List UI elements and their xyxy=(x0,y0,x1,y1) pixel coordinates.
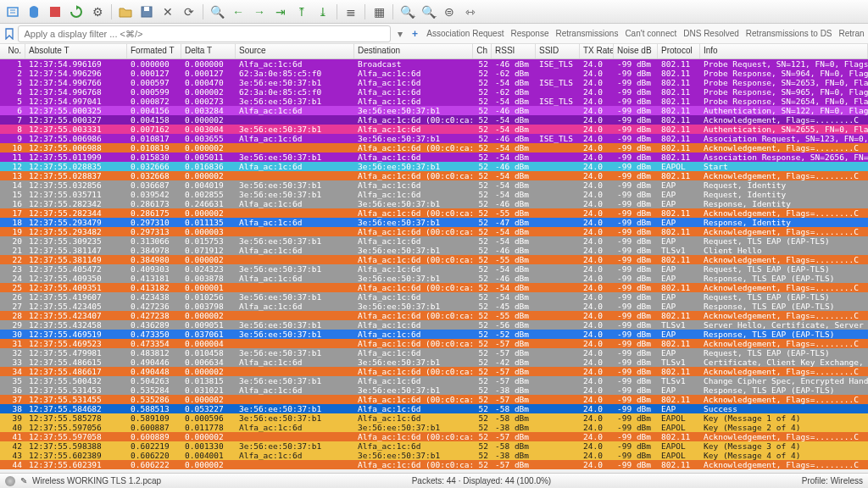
packet-row[interactable]: 212:37:54.9962960.0001270.00012762:3a:0e… xyxy=(0,69,868,78)
packet-row[interactable]: 4412:37:55.6023910.6062220.000002Alfa_ac… xyxy=(0,460,868,469)
packet-row[interactable]: 2712:37:55.4234050.4272360.003798Alfa_ac… xyxy=(0,302,868,311)
column-header[interactable]: Noise dB xyxy=(614,44,658,58)
packet-row[interactable]: 1312:37:55.0288370.0326680.000002Alfa_ac… xyxy=(0,171,868,180)
expert-info-icon[interactable] xyxy=(5,476,15,486)
go-first-icon[interactable]: ⤒ xyxy=(292,3,311,21)
start-capture-icon[interactable] xyxy=(25,3,43,21)
zoom-in-icon[interactable]: 🔍+ xyxy=(398,3,416,21)
packet-row[interactable]: 2312:37:55.4054720.4093030.0243233e:56:e… xyxy=(0,264,868,274)
save-file-icon[interactable] xyxy=(137,3,156,21)
svg-rect-5 xyxy=(144,7,149,11)
column-header[interactable]: Formated T xyxy=(127,44,181,58)
column-header[interactable]: Protocol xyxy=(658,44,700,58)
packet-row[interactable]: 4312:37:55.6023890.6062200.004001Alfa_ac… xyxy=(0,451,868,460)
packet-row[interactable]: 712:37:55.0003270.0041580.000002Alfa_ac:… xyxy=(0,115,868,125)
packet-row[interactable]: 2812:37:55.4234070.4272380.000002Alfa_ac… xyxy=(0,311,868,320)
column-header[interactable]: RSSI xyxy=(492,44,536,58)
stop-capture-icon[interactable] xyxy=(46,3,64,21)
filter-button[interactable]: DNS Resolved xyxy=(681,29,742,38)
interfaces-icon[interactable] xyxy=(3,3,22,21)
separator xyxy=(392,4,393,19)
svg-rect-0 xyxy=(8,8,18,16)
go-to-packet-icon[interactable]: ⇥ xyxy=(271,3,290,21)
packet-row[interactable]: 1612:37:55.2823420.2861730.246631Alfa_ac… xyxy=(0,199,868,208)
packet-row[interactable]: 3812:37:55.5846820.5885130.0532273e:56:e… xyxy=(0,404,868,413)
packet-row[interactable]: 1712:37:55.2823440.2861750.000002Alfa_ac… xyxy=(0,208,868,218)
column-header[interactable]: No. xyxy=(0,44,25,58)
packet-row[interactable]: 312:37:54.9967660.0005970.0004703e:56:ee… xyxy=(0,78,868,87)
packet-row[interactable]: 3612:37:55.5314530.5352840.031021Alfa_ac… xyxy=(0,385,868,395)
close-file-icon[interactable]: ✕ xyxy=(159,3,177,21)
packet-row[interactable]: 1212:37:55.0288350.0326660.016836Alfa_ac… xyxy=(0,162,868,171)
filter-button[interactable]: Retransmissions to DS xyxy=(743,29,835,38)
packet-row[interactable]: 112:37:54.9961690.0000000.000000Alfa_ac:… xyxy=(0,59,868,69)
packet-row[interactable]: 2612:37:55.4196070.4234380.0102563e:56:e… xyxy=(0,292,868,302)
packet-list-header[interactable]: No.Absolute TFormated TDelta TSourceDest… xyxy=(0,44,868,59)
packet-row[interactable]: 812:37:55.0033310.0071620.0030043e:56:ee… xyxy=(0,125,868,134)
capture-options-icon[interactable]: ⚙ xyxy=(88,3,107,21)
go-last-icon[interactable]: ⤓ xyxy=(314,3,332,21)
packet-row[interactable]: 4112:37:55.5970580.6008890.000002Alfa_ac… xyxy=(0,432,868,441)
packet-row[interactable]: 3212:37:55.4799810.4838120.0104583e:56:e… xyxy=(0,348,868,358)
packet-row[interactable]: 3012:37:55.4695190.4733500.0370613e:56:e… xyxy=(0,330,868,339)
packet-list[interactable]: 112:37:54.9961690.0000000.000000Alfa_ac:… xyxy=(0,59,868,469)
packet-row[interactable]: 1512:37:55.0357110.0395420.0028553e:56:e… xyxy=(0,190,868,199)
open-file-icon[interactable] xyxy=(116,3,135,21)
packet-row[interactable]: 4012:37:55.5970560.6008870.011778Alfa_ac… xyxy=(0,423,868,432)
packet-row[interactable]: 3112:37:55.4695230.4733540.000004Alfa_ac… xyxy=(0,339,868,348)
colorize-icon[interactable]: ▦ xyxy=(370,3,388,21)
packet-row[interactable]: 1812:37:55.2934790.2973100.011135Alfa_ac… xyxy=(0,218,868,227)
packet-row[interactable]: 2912:37:55.4324580.4362890.0090513e:56:e… xyxy=(0,320,868,330)
go-next-icon[interactable]: → xyxy=(250,3,269,21)
packet-row[interactable]: 2512:37:55.4093510.4131820.000001Alfa_ac… xyxy=(0,283,868,292)
column-header[interactable]: Info xyxy=(700,44,868,58)
filter-add-icon[interactable]: + xyxy=(409,26,420,42)
column-header[interactable]: Absolute T xyxy=(25,44,127,58)
reload-icon[interactable]: ⟳ xyxy=(180,3,198,21)
packet-row[interactable]: 2212:37:55.3811490.3849800.000002Alfa_ac… xyxy=(0,255,868,264)
packet-row[interactable]: 1912:37:55.2934820.2973130.000003Alfa_ac… xyxy=(0,227,868,236)
packet-row[interactable]: 1412:37:55.0328560.0366870.0040193e:56:e… xyxy=(0,180,868,190)
filter-dropdown-icon[interactable]: ▾ xyxy=(394,26,405,42)
packet-row[interactable]: 612:37:55.0003250.0041560.003284Alfa_ac:… xyxy=(0,106,868,115)
main-toolbar: ⚙ ✕ ⟳ 🔍 ← → ⇥ ⤒ ⤓ ≣ ▦ 🔍+ 🔍− ⊜ ⇿ xyxy=(0,0,868,24)
packet-row[interactable]: 3412:37:55.4866170.4904480.000002Alfa_ac… xyxy=(0,367,868,376)
go-previous-icon[interactable]: ← xyxy=(229,3,248,21)
zoom-out-icon[interactable]: 🔍− xyxy=(419,3,437,21)
display-filter-input[interactable] xyxy=(18,25,391,42)
packet-row[interactable]: 2012:37:55.3092350.3130660.0157533e:56:e… xyxy=(0,236,868,246)
bookmark-icon[interactable] xyxy=(3,26,14,42)
column-header[interactable]: Delta T xyxy=(181,44,236,58)
column-header[interactable]: Ch xyxy=(473,44,492,58)
capture-comment-icon[interactable]: ✎ xyxy=(20,476,27,485)
packet-row[interactable]: 912:37:55.0069860.0108170.003655Alfa_ac:… xyxy=(0,134,868,143)
restart-capture-icon[interactable] xyxy=(67,3,86,21)
packet-row[interactable]: 4212:37:55.5983880.6022190.0013303e:56:e… xyxy=(0,441,868,451)
packet-row[interactable]: 3512:37:55.5004320.5042630.0138153e:56:e… xyxy=(0,376,868,385)
column-header[interactable]: Destination xyxy=(354,44,473,58)
zoom-reset-icon[interactable]: ⊜ xyxy=(440,3,459,21)
packet-row[interactable]: 3912:37:55.5852780.5891090.0005963e:56:e… xyxy=(0,413,868,423)
filter-button[interactable]: Association Request xyxy=(424,29,506,38)
column-header[interactable]: TX Rate xyxy=(580,44,614,58)
packet-row[interactable]: 3712:37:55.5314550.5352860.000002Alfa_ac… xyxy=(0,395,868,404)
packet-row[interactable]: 512:37:54.9970410.0008720.0002733e:56:ee… xyxy=(0,97,868,106)
status-file: Wireless WORKING TLS 1.2.pcap xyxy=(32,476,161,485)
packet-row[interactable]: 1112:37:55.0119990.0158300.0050113e:56:e… xyxy=(0,152,868,162)
status-bar: ✎ Wireless WORKING TLS 1.2.pcap Packets:… xyxy=(0,473,868,488)
resize-columns-icon[interactable]: ⇿ xyxy=(461,3,480,21)
auto-scroll-icon[interactable]: ≣ xyxy=(342,3,360,21)
filter-button[interactable]: Retransmissions xyxy=(553,29,620,38)
filter-button[interactable]: Can't connect xyxy=(622,29,679,38)
find-packet-icon[interactable]: 🔍 xyxy=(208,3,226,21)
filter-button[interactable]: Response xyxy=(508,29,551,38)
packet-row[interactable]: 1012:37:55.0069880.0108190.000002Alfa_ac… xyxy=(0,143,868,152)
filter-button[interactable]: Retransmissions from DS xyxy=(837,29,865,38)
packet-row[interactable]: 3312:37:55.4866150.4904460.006634Alfa_ac… xyxy=(0,358,868,367)
packet-row[interactable]: 2112:37:55.3811470.3849780.071912Alfa_ac… xyxy=(0,246,868,255)
column-header[interactable]: Source xyxy=(236,44,354,58)
packet-row[interactable]: 412:37:54.9967680.0005990.00000262:3a:0e… xyxy=(0,87,868,97)
packet-row[interactable]: 2412:37:55.4093500.4131810.003878Alfa_ac… xyxy=(0,274,868,283)
status-profile[interactable]: Profile: Wireless xyxy=(802,476,863,485)
column-header[interactable]: SSID xyxy=(536,44,580,58)
